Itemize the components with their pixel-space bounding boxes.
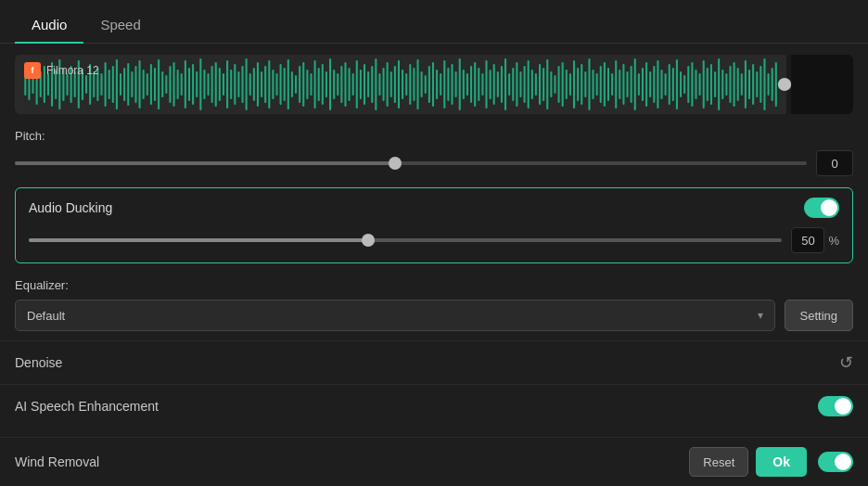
svg-rect-156 — [619, 70, 620, 99]
svg-point-199 — [778, 78, 791, 91]
svg-rect-128 — [512, 68, 514, 101]
svg-rect-108 — [436, 70, 438, 99]
svg-rect-99 — [402, 70, 403, 99]
svg-rect-96 — [390, 71, 392, 97]
svg-rect-165 — [653, 66, 655, 103]
svg-rect-87 — [356, 60, 358, 109]
equalizer-setting-button[interactable]: Setting — [785, 300, 853, 331]
svg-rect-51 — [219, 68, 221, 101]
svg-rect-162 — [642, 68, 644, 101]
svg-rect-20 — [100, 73, 102, 96]
svg-rect-92 — [375, 58, 377, 110]
svg-rect-173 — [683, 75, 685, 94]
svg-rect-155 — [615, 60, 617, 109]
svg-rect-111 — [447, 68, 449, 101]
svg-rect-105 — [425, 75, 427, 94]
svg-rect-22 — [108, 70, 110, 99]
svg-rect-38 — [169, 66, 171, 103]
svg-rect-147 — [584, 71, 586, 97]
equalizer-dropdown[interactable]: Default ▾ — [15, 300, 775, 331]
tab-audio[interactable]: Audio — [15, 11, 83, 44]
ducking-toggle[interactable] — [804, 198, 839, 218]
waveform-section: f Filmora 12 — [0, 44, 868, 123]
svg-rect-153 — [607, 68, 609, 101]
svg-rect-31 — [143, 70, 145, 99]
svg-rect-161 — [638, 73, 640, 96]
svg-rect-67 — [280, 64, 282, 105]
svg-rect-52 — [223, 73, 224, 96]
svg-rect-181 — [714, 71, 716, 97]
tab-speed[interactable]: Speed — [83, 11, 157, 44]
svg-rect-190 — [748, 70, 750, 99]
svg-rect-100 — [405, 73, 407, 96]
svg-rect-36 — [161, 71, 163, 97]
svg-rect-136 — [542, 68, 544, 101]
svg-rect-135 — [539, 64, 541, 105]
tab-bar: Audio Speed — [0, 0, 868, 44]
filmora-icon: f — [24, 62, 41, 79]
svg-rect-54 — [230, 70, 232, 99]
pitch-slider-thumb[interactable] — [389, 157, 402, 170]
svg-rect-42 — [185, 60, 186, 109]
svg-rect-130 — [519, 71, 521, 97]
svg-rect-80 — [329, 58, 331, 110]
svg-rect-113 — [455, 71, 457, 97]
ducking-slider-thumb[interactable] — [362, 234, 375, 247]
bottom-buttons: Reset Ok — [689, 447, 853, 477]
svg-rect-30 — [139, 60, 141, 109]
svg-rect-75 — [310, 73, 312, 96]
svg-rect-114 — [459, 58, 461, 110]
svg-rect-148 — [588, 58, 590, 110]
ai-speech-toggle[interactable] — [818, 396, 853, 416]
svg-rect-145 — [577, 68, 579, 101]
svg-rect-133 — [531, 70, 533, 99]
svg-rect-25 — [120, 73, 121, 96]
svg-rect-122 — [490, 70, 491, 99]
svg-rect-28 — [131, 71, 133, 97]
svg-rect-70 — [291, 71, 293, 97]
equalizer-label: Equalizer: — [15, 278, 853, 292]
ok-button[interactable]: Ok — [756, 447, 807, 477]
svg-rect-138 — [550, 71, 552, 97]
svg-rect-29 — [134, 66, 136, 103]
svg-rect-142 — [566, 70, 568, 99]
svg-rect-62 — [261, 71, 262, 97]
waveform-title: Filmora 12 — [46, 64, 99, 77]
svg-rect-40 — [177, 70, 179, 99]
svg-rect-132 — [528, 60, 530, 109]
svg-rect-86 — [352, 73, 354, 96]
waveform-label: f Filmora 12 — [24, 62, 99, 79]
svg-rect-143 — [569, 73, 571, 96]
svg-rect-68 — [284, 68, 286, 101]
svg-rect-33 — [150, 64, 152, 105]
svg-rect-35 — [158, 59, 160, 109]
svg-rect-119 — [478, 68, 479, 101]
ducking-percent: % — [828, 234, 839, 248]
svg-rect-117 — [470, 66, 472, 103]
svg-rect-45 — [196, 71, 198, 97]
svg-rect-71 — [295, 75, 297, 94]
ducking-slider-track[interactable] — [29, 238, 782, 242]
ai-speech-row: AI Speech Enhancement — [0, 384, 868, 428]
svg-rect-66 — [275, 73, 277, 96]
pitch-slider-track[interactable] — [15, 161, 807, 165]
svg-rect-39 — [173, 62, 175, 107]
svg-rect-89 — [364, 64, 365, 105]
audio-ducking-section: Audio Ducking 50 % — [15, 187, 853, 263]
svg-rect-47 — [203, 70, 205, 99]
reset-button[interactable]: Reset — [689, 447, 748, 477]
svg-rect-177 — [699, 73, 701, 96]
svg-rect-125 — [501, 66, 503, 103]
svg-rect-196 — [772, 68, 773, 101]
svg-rect-64 — [268, 60, 270, 109]
ducking-value: 50 — [791, 227, 824, 253]
svg-rect-188 — [741, 73, 743, 96]
svg-rect-60 — [253, 68, 255, 101]
refresh-icon[interactable]: ↺ — [839, 352, 853, 373]
svg-rect-172 — [680, 71, 682, 97]
wind-removal-toggle[interactable] — [818, 452, 853, 472]
svg-rect-195 — [768, 73, 770, 96]
svg-rect-101 — [409, 64, 411, 105]
svg-rect-149 — [593, 70, 594, 99]
svg-rect-59 — [249, 73, 251, 96]
